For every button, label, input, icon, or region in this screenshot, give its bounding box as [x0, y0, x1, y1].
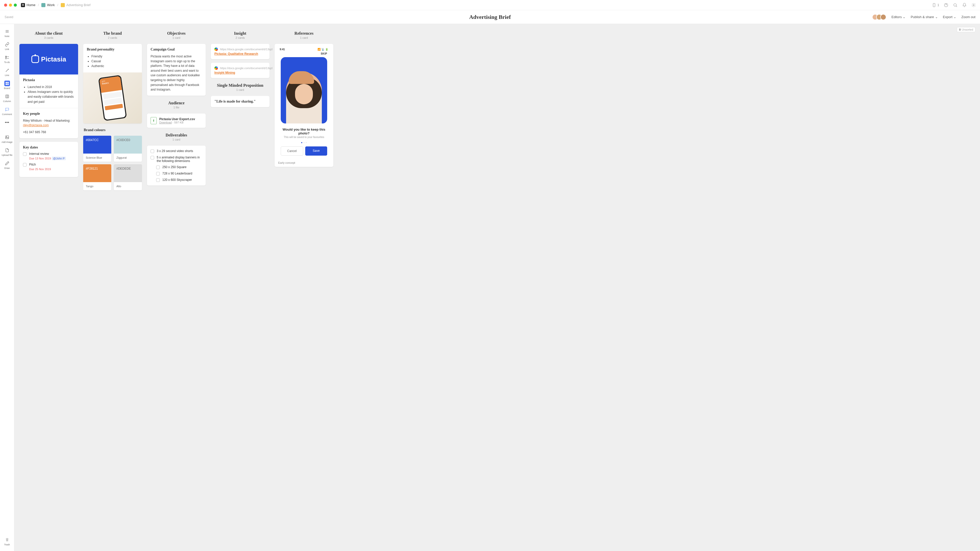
zoom-out-button[interactable]: Zoom out [961, 15, 975, 19]
card-reference-mockup[interactable]: 9:41📶 📡 🔋 SKIP Would you like to keep th… [275, 44, 333, 167]
swatch-name: Ziggurat [114, 154, 142, 162]
card-brand-personality[interactable]: Brand personality FriendlyCasualAuthenti… [83, 44, 142, 124]
column-insight[interactable]: Insight2 cards https://docs.google.com/d… [211, 30, 269, 107]
svg-rect-13 [6, 84, 7, 85]
tool-link[interactable]: Link [0, 40, 14, 52]
home-icon: ⌘ [21, 3, 25, 7]
mockup-photo [281, 57, 327, 124]
tool-trash[interactable]: Trash [0, 535, 14, 548]
column-objectives[interactable]: Objectives1 card Campaign Goal Pictasia … [147, 30, 206, 186]
card-deliverables[interactable]: 3 x 29 second video shorts 5 x animated … [147, 146, 206, 186]
column-title: About the client [19, 31, 78, 36]
card-doc-link[interactable]: https://docs.google.com/document/d/13qzl… [211, 63, 269, 78]
tool-board[interactable]: Board [0, 79, 14, 91]
doc-url: https://docs.google.com/document/d/13qzl [220, 67, 272, 70]
page-title[interactable]: Advertising Brief [469, 14, 511, 21]
titlebar: ⌘Home / Work / Advertising Brief 1 [0, 0, 980, 10]
gear-icon[interactable] [971, 3, 976, 7]
svg-rect-12 [7, 82, 8, 83]
card-heading: Campaign Goal [151, 48, 202, 52]
phone-number: +61 047 685 768 [23, 130, 75, 135]
maximize-icon[interactable] [14, 3, 17, 6]
file-icon [4, 148, 10, 153]
crumb-doc[interactable]: Advertising Brief [61, 3, 91, 7]
tool-todo[interactable]: To-do [0, 53, 14, 65]
card-key-dates[interactable]: Key dates Internal reviewDue 13 Nov 2019… [19, 142, 78, 177]
unsorted-badge[interactable]: 0Unsorted [957, 27, 975, 32]
checkbox[interactable] [151, 149, 154, 153]
tool-note[interactable]: Note [0, 27, 14, 39]
card-campaign-goal[interactable]: Campaign Goal Pictasia wants the most ac… [147, 44, 206, 96]
editors-dropdown[interactable]: Editors ⌄ [891, 15, 905, 19]
tool-more[interactable]: ••• [0, 118, 14, 127]
doc-title-link[interactable]: Pictasia: Qualitative Research [215, 52, 266, 56]
device-badge[interactable]: 1 [932, 3, 939, 7]
card-heading: Brand personality [87, 48, 138, 52]
checkbox[interactable] [151, 156, 154, 159]
google-icon [215, 66, 218, 70]
tool-sidebar: Note Link To-do Line Board Column Commen… [0, 24, 14, 551]
chevron-down-icon: ⌄ [953, 15, 956, 19]
card-proposition[interactable]: "Life is made for sharing." [211, 96, 269, 107]
swatch-name: Alto [114, 182, 142, 190]
card-body: Pictasia wants the most active Instagram… [151, 54, 202, 92]
crumb-home[interactable]: ⌘Home [21, 3, 35, 7]
color-swatch[interactable]: #DEDEDEAlto [114, 164, 142, 190]
column-count: 1 card [211, 88, 269, 91]
card-logo[interactable]: Pictasia Pictasia Launched in 2018Allows… [19, 44, 78, 138]
checkbox[interactable] [156, 165, 160, 169]
svg-point-2 [954, 3, 956, 6]
svg-point-3 [973, 4, 974, 6]
board-canvas[interactable]: 0Unsorted About the client3 cards Pictas… [14, 24, 980, 551]
tool-line[interactable]: Line [0, 66, 14, 78]
card-heading: Key people [23, 112, 75, 116]
page-dots: ● ○ ○ [277, 141, 331, 146]
column-count: 3 cards [19, 36, 78, 39]
svg-rect-9 [5, 58, 6, 59]
swatch-name: Tango [83, 182, 111, 190]
download-link[interactable]: Download [159, 121, 172, 124]
tool-comment[interactable]: Comment [0, 105, 14, 117]
email-link[interactable]: riley@pictasia.com [23, 124, 49, 127]
column-about-client[interactable]: About the client3 cards Pictasia Pictasi… [19, 30, 78, 177]
search-icon[interactable] [953, 3, 958, 7]
column-references[interactable]: References1 card 9:41📶 📡 🔋 SKIP Would yo… [275, 30, 333, 167]
todo-label: 5 x animated display banners in the foll… [157, 156, 202, 163]
tool-add-image[interactable]: Add image [0, 133, 14, 145]
card-audience-file[interactable]: ⬆Pictasia User Export.csvDownload - 597 … [147, 114, 206, 128]
minimize-icon[interactable] [9, 3, 12, 6]
color-swatch[interactable]: #C0DCE0Ziggurat [114, 136, 142, 162]
todo-label: 3 x 29 second video shorts [157, 149, 193, 153]
crumb-work[interactable]: Work [41, 3, 55, 7]
separator: / [57, 3, 58, 7]
checkbox[interactable] [23, 152, 27, 156]
svg-rect-0 [933, 3, 935, 7]
doc-title-link[interactable]: Insight Mining [215, 71, 266, 75]
column-count: 2 cards [83, 36, 142, 39]
card-heading: Key dates [23, 145, 75, 149]
collaborator-avatars[interactable] [874, 14, 886, 20]
help-icon[interactable] [944, 3, 948, 7]
checkbox[interactable] [23, 163, 27, 167]
bell-icon[interactable] [962, 3, 967, 7]
todo-label: Internal review [29, 152, 75, 156]
export-dropdown[interactable]: Export ⌄ [943, 15, 956, 19]
tool-column[interactable]: Column [0, 92, 14, 104]
card-doc-link[interactable]: https://docs.google.com/document/d/13qzl… [211, 44, 269, 59]
checkbox[interactable] [156, 172, 160, 176]
close-icon[interactable] [4, 3, 7, 6]
tool-upload[interactable]: Upload file [0, 146, 14, 158]
brand-logo: Pictasia [19, 44, 78, 75]
column-title: The brand [83, 31, 142, 36]
caption: Early concept [277, 161, 331, 164]
mention[interactable]: @John P [52, 157, 66, 160]
chevron-down-icon: ⌄ [903, 15, 905, 19]
folder-icon [41, 3, 45, 7]
color-swatch[interactable]: #0047CCScience Blue [83, 136, 111, 162]
swatch-grid: #0047CCScience Blue#C0DCE0Ziggurat#F2812… [83, 136, 142, 190]
tool-draw[interactable]: Draw [0, 159, 14, 171]
publish-dropdown[interactable]: Publish & share ⌄ [911, 15, 938, 19]
color-swatch[interactable]: #F28121Tango [83, 164, 111, 190]
checkbox[interactable] [156, 178, 160, 182]
column-brand[interactable]: The brand2 cards Brand personality Frien… [83, 30, 142, 190]
